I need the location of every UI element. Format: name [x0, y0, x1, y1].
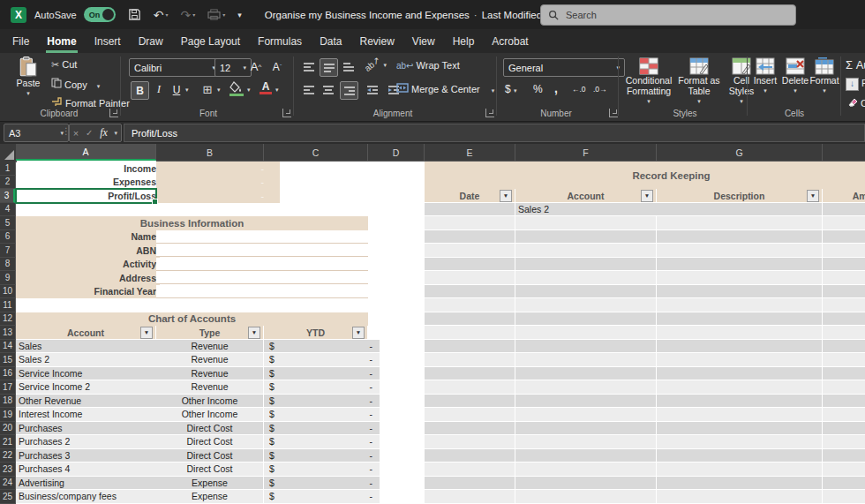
column-header-B[interactable]: B — [156, 144, 264, 162]
record-keeping-cell[interactable] — [823, 449, 865, 463]
row-header-7[interactable]: 7 — [0, 244, 16, 258]
underline-button[interactable]: U — [169, 81, 184, 98]
ribbon-tab-view[interactable]: View — [403, 32, 444, 51]
coa-ytd-cell[interactable]: $- — [264, 367, 380, 381]
align-top-button[interactable] — [300, 58, 317, 75]
record-keeping-cell[interactable] — [425, 230, 515, 244]
italic-button[interactable]: I — [152, 81, 166, 98]
record-keeping-cell[interactable] — [425, 422, 515, 436]
font-color-button[interactable]: A — [260, 80, 272, 94]
record-keeping-cell[interactable] — [425, 271, 515, 285]
row-header-1[interactable]: 1 — [0, 162, 16, 176]
record-keeping-cell[interactable] — [823, 463, 865, 477]
cancel-entry-icon[interactable]: × — [73, 128, 79, 139]
coa-account-cell[interactable]: Service Income 2 — [16, 380, 159, 395]
select-all-button[interactable] — [0, 144, 17, 162]
record-keeping-cell[interactable] — [657, 285, 823, 299]
align-bottom-button[interactable] — [340, 58, 357, 75]
record-keeping-cell[interactable] — [823, 244, 865, 258]
number-dialog-launcher[interactable] — [609, 109, 618, 117]
record-keeping-cell[interactable] — [823, 477, 865, 491]
decrease-decimal-button[interactable]: .0→ — [593, 85, 607, 94]
row-header-12[interactable]: 12 — [0, 312, 16, 327]
record-keeping-cell[interactable] — [425, 490, 515, 504]
record-keeping-cell[interactable] — [657, 353, 823, 367]
filter-button[interactable]: ▼ — [248, 327, 260, 339]
delete-cells-button[interactable]: Delete▾ — [782, 57, 809, 96]
coa-account-cell[interactable]: Purchases — [16, 422, 159, 436]
record-keeping-cell[interactable] — [425, 298, 515, 312]
record-keeping-cell[interactable] — [515, 230, 657, 244]
increase-decimal-button[interactable]: ←.0 — [572, 85, 586, 94]
record-keeping-cell[interactable] — [515, 449, 657, 463]
insert-cells-button[interactable]: Insert▾ — [752, 57, 778, 96]
record-keeping-cell[interactable] — [657, 380, 823, 395]
record-keeping-cell[interactable] — [657, 258, 823, 272]
record-keeping-cell[interactable] — [515, 422, 657, 436]
customize-quick-access-button[interactable]: ▾ — [237, 11, 242, 19]
column-header-H[interactable]: H — [823, 144, 865, 162]
record-keeping-cell[interactable] — [425, 408, 515, 422]
column-header-G[interactable]: G — [657, 144, 823, 162]
coa-ytd-cell[interactable]: $- — [264, 449, 380, 463]
row-header-22[interactable]: 22 — [0, 449, 16, 463]
percent-style-button[interactable]: % — [533, 83, 543, 95]
coa-ytd-cell[interactable]: $- — [264, 477, 380, 491]
ribbon-tab-page-layout[interactable]: Page Layout — [172, 32, 249, 51]
filter-button[interactable]: ▼ — [352, 327, 365, 339]
format-as-table-button[interactable]: Format as Table▾ — [678, 57, 720, 107]
format-painter-button[interactable]: Format Painter — [51, 96, 130, 109]
record-keeping-cell[interactable] — [657, 395, 823, 409]
formula-input[interactable]: Profit/Loss — [124, 124, 865, 142]
undo-button[interactable]: ↶▾ — [154, 8, 169, 22]
record-keeping-cell[interactable] — [515, 244, 657, 258]
record-keeping-cell[interactable] — [823, 312, 865, 327]
record-keeping-cell[interactable] — [515, 285, 657, 299]
name-box[interactable]: A3 ▾ — [4, 124, 69, 142]
record-keeping-cell[interactable] — [657, 477, 823, 491]
column-header-E[interactable]: E — [425, 144, 515, 162]
record-keeping-cell[interactable] — [657, 422, 823, 436]
record-keeping-cell[interactable] — [425, 449, 515, 463]
coa-account-cell[interactable]: Business/company fees — [16, 490, 159, 504]
alignment-dialog-launcher[interactable] — [485, 109, 494, 117]
record-keeping-cell[interactable] — [823, 298, 865, 312]
merge-center-button[interactable]: Merge & Center ▾ — [396, 83, 494, 94]
record-keeping-cell[interactable] — [515, 326, 657, 340]
record-keeping-cell[interactable] — [657, 230, 823, 244]
ribbon-tab-acrobat[interactable]: Acrobat — [483, 32, 537, 51]
decrease-indent-button[interactable] — [364, 81, 380, 98]
summary-label-row1[interactable]: Income — [16, 162, 160, 176]
row-header-9[interactable]: 9 — [0, 271, 16, 285]
record-keeping-cell[interactable] — [515, 216, 657, 230]
coa-type-cell[interactable]: Direct Cost — [156, 463, 264, 477]
increase-font-size-button[interactable]: A^ — [247, 58, 265, 75]
row-header-15[interactable]: 15 — [0, 353, 16, 367]
record-keeping-cell[interactable] — [515, 435, 657, 449]
summary-label-row2[interactable]: Expenses — [16, 176, 160, 190]
record-keeping-cell[interactable] — [425, 395, 515, 409]
autosave-toggle[interactable]: On — [84, 7, 116, 22]
coa-account-cell[interactable]: Sales — [16, 340, 159, 354]
record-keeping-cell[interactable] — [823, 258, 865, 272]
row-header-8[interactable]: 8 — [0, 258, 16, 272]
fill-color-button[interactable] — [229, 81, 244, 96]
record-keeping-cell[interactable] — [425, 340, 515, 354]
coa-ytd-cell[interactable]: $- — [264, 395, 380, 409]
row-header-16[interactable]: 16 — [0, 367, 16, 381]
record-keeping-cell[interactable] — [425, 435, 515, 449]
column-header-C[interactable]: C — [264, 144, 368, 162]
row-header-3[interactable]: 3 — [0, 189, 15, 203]
column-header-D[interactable]: D — [368, 144, 425, 162]
record-keeping-cell[interactable] — [425, 380, 515, 395]
row-header-19[interactable]: 19 — [0, 408, 16, 422]
coa-type-cell[interactable]: Direct Cost — [156, 449, 264, 463]
fill-button[interactable]: ↓ Fill — [846, 78, 865, 91]
row-header-10[interactable]: 10 — [0, 285, 16, 299]
coa-ytd-cell[interactable]: $- — [264, 463, 380, 477]
ribbon-tab-help[interactable]: Help — [444, 32, 484, 51]
quick-print-button[interactable]: ▾ — [207, 9, 225, 20]
coa-type-cell[interactable]: Revenue — [156, 380, 264, 395]
font-name-combo[interactable]: Calibri▾ — [129, 58, 221, 77]
ribbon-tab-formulas[interactable]: Formulas — [249, 32, 311, 51]
